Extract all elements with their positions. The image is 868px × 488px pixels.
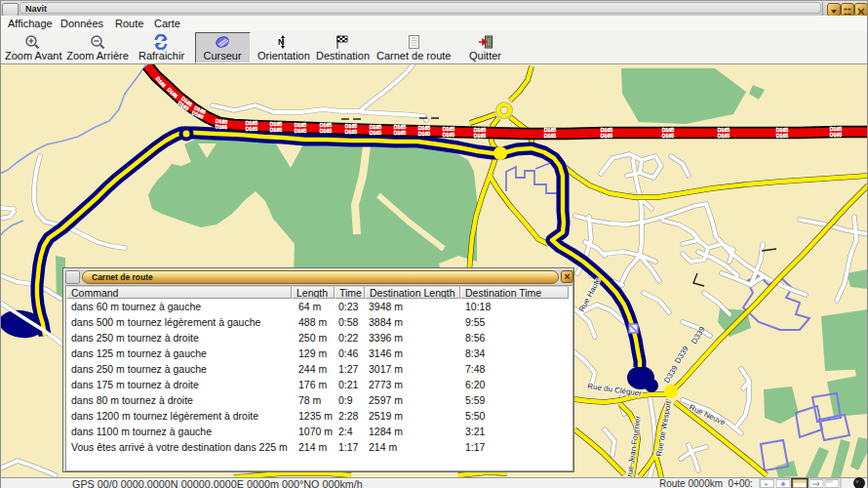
svg-text:D165: D165 xyxy=(474,133,487,139)
svg-text:D165: D165 xyxy=(394,130,407,136)
svg-text:D165: D165 xyxy=(718,133,730,139)
svg-text:D165: D165 xyxy=(830,132,843,138)
svg-text:D165: D165 xyxy=(295,128,307,134)
svg-text:D165: D165 xyxy=(246,126,258,132)
svg-text:D165: D165 xyxy=(443,132,455,138)
svg-text:D165: D165 xyxy=(662,133,675,139)
svg-text:D165: D165 xyxy=(345,129,358,135)
svg-text:D165: D165 xyxy=(776,133,789,139)
svg-text:+: + xyxy=(764,480,769,488)
svg-text:D165: D165 xyxy=(370,130,382,136)
svg-text:N: N xyxy=(278,37,285,47)
svg-text:D165: D165 xyxy=(320,128,333,134)
svg-text:D165: D165 xyxy=(215,123,227,130)
svg-text:D165: D165 xyxy=(601,133,613,139)
svg-text:D165: D165 xyxy=(270,127,283,133)
svg-text:D165: D165 xyxy=(418,131,431,137)
svg-text:D165: D165 xyxy=(544,133,557,139)
